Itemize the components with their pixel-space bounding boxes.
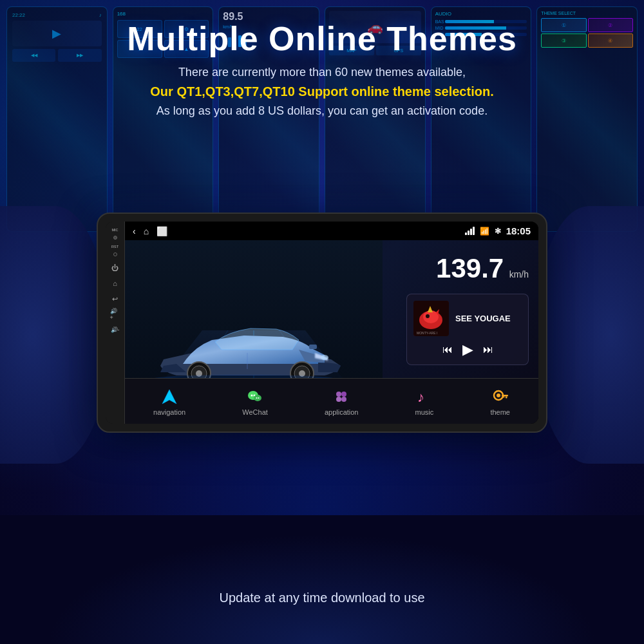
vol-down-button[interactable]: 🔊- — [110, 325, 120, 335]
svg-rect-38 — [502, 395, 508, 397]
speed-panel: 139.7 km/h — [397, 240, 538, 378]
power-button[interactable]: ⏻ — [110, 263, 120, 273]
car-screen-inner: MIC RST ⏻ ⌂ ↩ 🔊+ 🔊- ‹ ⌂ — [106, 222, 538, 424]
application-icon — [332, 388, 350, 406]
wechat-icon — [246, 388, 264, 406]
svg-point-22 — [427, 316, 429, 317]
signal-bar-3 — [470, 229, 472, 235]
album-art-svg: MONTY-ARE I — [413, 301, 449, 336]
signal-icon — [465, 227, 475, 235]
svg-point-14 — [321, 355, 328, 360]
status-bar: ‹ ⌂ ⬜ 📶 ✻ — [125, 222, 538, 240]
header-section: Multiple Online Themes There are current… — [0, 0, 644, 118]
svg-text:MONTY-ARE I: MONTY-ARE I — [417, 331, 437, 335]
nav-label-theme: theme — [490, 408, 510, 416]
bluetooth-icon: ✻ — [495, 227, 501, 236]
footer-text: Update at any time download to use — [0, 591, 644, 605]
svg-point-28 — [254, 395, 261, 401]
nav-label-music: music — [415, 408, 434, 416]
svg-text:♪: ♪ — [417, 389, 424, 405]
nav-label-navigation: navigation — [153, 408, 185, 416]
svg-rect-39 — [506, 397, 507, 399]
music-controls: ⏮ ▶ ⏭ — [413, 341, 522, 358]
svg-marker-24 — [162, 390, 176, 404]
footer-section: Update at any time download to use — [0, 591, 644, 605]
next-button[interactable]: ⏭ — [483, 344, 493, 355]
album-art: MONTY-ARE I — [413, 301, 449, 336]
back-button[interactable]: ↩ — [110, 294, 120, 304]
subtitle-3: As long as you add 8 US dollars, you can… — [13, 104, 631, 118]
speed-unit: km/h — [509, 269, 529, 279]
theme-icon — [491, 388, 509, 406]
status-nav-icons: ‹ ⌂ ⬜ — [133, 226, 167, 236]
nav-label-application: application — [325, 408, 359, 416]
nav-item-navigation[interactable]: navigation — [147, 385, 192, 419]
status-right: 📶 ✻ 18:05 — [465, 225, 531, 236]
page-title: Multiple Online Themes — [13, 19, 631, 58]
home-button[interactable]: ⌂ — [110, 278, 120, 289]
rst-label: RST — [111, 245, 118, 249]
speed-display: 139.7 km/h — [406, 253, 529, 284]
nav-items: navigation — [125, 385, 538, 419]
subtitle-2: Our QT1,QT3,QT7,QT10 Support online them… — [13, 84, 631, 99]
svg-point-29 — [256, 397, 258, 399]
main-content: Multiple Online Themes There are current… — [0, 0, 644, 644]
prev-button[interactable]: ⏮ — [442, 344, 453, 355]
svg-point-32 — [341, 392, 346, 397]
svg-point-30 — [258, 397, 260, 399]
svg-point-37 — [497, 393, 500, 397]
svg-point-31 — [336, 392, 341, 397]
main-display: 139.7 km/h — [125, 240, 538, 378]
signal-bar-1 — [465, 232, 467, 235]
window-nav-icon[interactable]: ⬜ — [156, 226, 167, 236]
music-top: MONTY-ARE I SEE YOUGAE — [413, 301, 522, 336]
nav-item-theme[interactable]: theme — [484, 385, 516, 419]
navigation-icon — [160, 388, 178, 406]
back-nav-icon[interactable]: ‹ — [133, 226, 136, 236]
signal-bar-2 — [468, 231, 469, 235]
svg-point-33 — [336, 397, 341, 402]
svg-point-26 — [251, 395, 253, 397]
signal-bar-4 — [473, 227, 475, 235]
road-svg — [125, 240, 397, 378]
svg-rect-16 — [309, 345, 317, 349]
nav-item-application[interactable]: application — [318, 385, 365, 419]
car-image-area — [125, 240, 397, 378]
clock: 18:05 — [506, 225, 531, 236]
rst-dot — [113, 252, 117, 256]
mic-dot — [113, 236, 117, 240]
speed-value: 139.7 — [436, 253, 504, 283]
bottom-nav: navigation — [125, 378, 538, 424]
vol-up-button[interactable]: 🔊+ — [110, 309, 120, 319]
svg-rect-40 — [503, 397, 505, 398]
car-screen-wrapper: MIC RST ⏻ ⌂ ↩ 🔊+ 🔊- ‹ ⌂ — [97, 213, 547, 433]
nav-item-wechat[interactable]: WeChat — [236, 385, 274, 419]
wifi-icon: 📶 — [480, 227, 489, 236]
mic-label: MIC — [111, 228, 118, 232]
nav-label-wechat: WeChat — [242, 408, 268, 416]
svg-point-34 — [341, 397, 346, 402]
music-title: SEE YOUGAE — [455, 314, 522, 323]
car-screen-outer: MIC RST ⏻ ⌂ ↩ 🔊+ 🔊- ‹ ⌂ — [97, 213, 547, 433]
music-widget: MONTY-ARE I SEE YOUGAE ⏮ ▶ — [406, 294, 529, 365]
music-icon: ♪ — [415, 388, 433, 406]
music-info: SEE YOUGAE — [455, 314, 522, 323]
play-button[interactable]: ▶ — [462, 341, 473, 358]
nav-item-music[interactable]: ♪ music — [409, 385, 440, 419]
display-area: ‹ ⌂ ⬜ 📶 ✻ — [125, 222, 538, 424]
side-buttons: MIC RST ⏻ ⌂ ↩ 🔊+ 🔊- — [106, 222, 125, 424]
subtitle-1: There are currently more than 60 new the… — [13, 66, 631, 79]
home-nav-icon[interactable]: ⌂ — [144, 226, 149, 236]
